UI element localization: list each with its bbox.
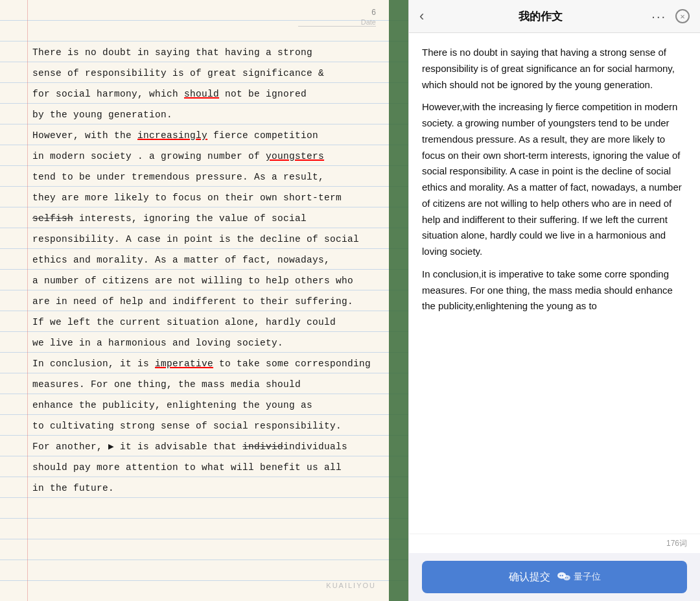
submit-button[interactable]: 确认提交 量子位 bbox=[422, 561, 687, 593]
word-count: 176词 bbox=[409, 534, 700, 553]
svg-point-4 bbox=[565, 577, 566, 578]
underline-should: should bbox=[184, 89, 219, 99]
svg-point-1 bbox=[559, 575, 561, 576]
paragraph-2i: are in need of help and indifferent to t… bbox=[32, 291, 382, 312]
wechat-panel: ‹ 我的作文 ··· × There is no doubt in saying… bbox=[408, 0, 700, 601]
header-title: 我的作文 bbox=[429, 9, 651, 24]
paragraph-2a: However, with the increasingly fierce co… bbox=[32, 125, 382, 146]
strikethrough-word: selfish bbox=[32, 213, 73, 224]
submit-label: 确认提交 bbox=[509, 571, 550, 584]
paragraph-2k: we live in a harmonious and loving socie… bbox=[32, 333, 382, 353]
paragraph-2h: a number of citizens are not willing to … bbox=[32, 270, 382, 291]
page-number: 6 bbox=[371, 8, 376, 17]
back-button[interactable]: ‹ bbox=[419, 8, 424, 25]
header-left: ‹ bbox=[419, 8, 429, 25]
watermark: KUAILIYOU bbox=[326, 582, 376, 589]
paragraph-2f: responsibility. A case in point is the d… bbox=[32, 229, 382, 250]
underline-youngsters: youngsters bbox=[266, 151, 324, 161]
svg-point-3 bbox=[563, 575, 570, 580]
paragraph-3b: measures. For one thing, the mass media … bbox=[32, 374, 382, 395]
paragraph-3f: should pay more attention to what will b… bbox=[32, 457, 382, 478]
paragraph-2b: in modern society . a growing number of … bbox=[32, 146, 382, 167]
wechat-logo: 量子位 bbox=[557, 570, 601, 584]
paragraph-1c: for social harmony, which should not be … bbox=[32, 84, 382, 104]
wechat-icon bbox=[557, 570, 571, 584]
paragraph-3c: enhance the publicity, enlightening the … bbox=[32, 395, 382, 416]
notebook-page: 6 Date There is no doubt in saying that … bbox=[0, 0, 408, 601]
content-paragraph-2: However,with the increasing ly fierce co… bbox=[422, 99, 687, 260]
paragraph-2c: tend to be under tremendous pressure. As… bbox=[32, 167, 382, 187]
header-right: ··· × bbox=[651, 9, 690, 24]
green-mat-decoration bbox=[389, 0, 408, 601]
close-button[interactable]: × bbox=[675, 9, 690, 23]
paragraph-1: There is no doubt in saying that having … bbox=[32, 42, 382, 63]
brand-name: 量子位 bbox=[574, 571, 601, 583]
notebook-panel: 6 Date There is no doubt in saying that … bbox=[0, 0, 408, 601]
date-text: Date bbox=[361, 18, 376, 26]
svg-point-2 bbox=[561, 575, 563, 576]
submit-bar: 确认提交 量子位 bbox=[409, 553, 700, 601]
paragraph-2g: ethics and morality. As a matter of fact… bbox=[32, 250, 382, 270]
paragraph-2j: If we left the current situation alone, … bbox=[32, 312, 382, 333]
paragraph-1b: sense of responsibility is of great sign… bbox=[32, 63, 382, 84]
underline-imperative: imperative bbox=[155, 359, 213, 369]
wechat-content: There is no doubt in saying that having … bbox=[409, 33, 700, 534]
content-paragraph-1: There is no doubt in saying that having … bbox=[422, 45, 687, 93]
date-label: Date bbox=[298, 18, 376, 27]
paragraph-3d: to cultivating strong sense of social re… bbox=[32, 416, 382, 436]
paragraph-1d: by the young generation. bbox=[32, 104, 382, 125]
paragraph-3g: in the future. bbox=[32, 478, 382, 499]
content-paragraph-3: In conclusion,it is imperative to take s… bbox=[422, 266, 687, 314]
close-icon-symbol: × bbox=[680, 12, 685, 21]
wechat-header: ‹ 我的作文 ··· × bbox=[409, 0, 700, 33]
handwritten-content: There is no doubt in saying that having … bbox=[32, 42, 382, 499]
paragraph-2d: they are more likely to focus on their o… bbox=[32, 187, 382, 208]
more-options-button[interactable]: ··· bbox=[651, 9, 666, 24]
paragraph-3e: For another, ▶ it is advisable that indi… bbox=[32, 436, 382, 457]
strikethrough-individuals: individ bbox=[242, 442, 283, 452]
paragraph-3a: In conclusion, it is imperative to take … bbox=[32, 353, 382, 374]
svg-point-5 bbox=[566, 577, 568, 578]
paragraph-2e: selfish interests, ignoring the value of… bbox=[32, 208, 382, 229]
underline-increasingly: increasingly bbox=[137, 130, 207, 141]
